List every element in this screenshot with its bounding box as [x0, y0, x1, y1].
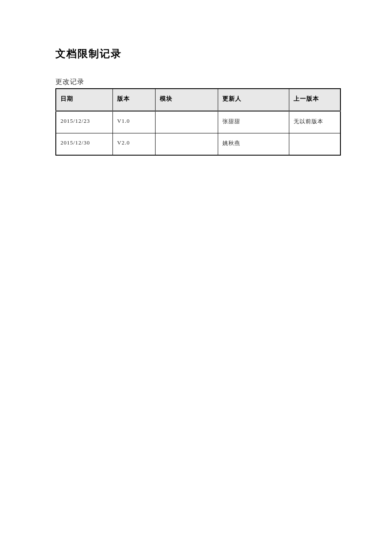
section-subtitle: 更改记录	[55, 78, 341, 87]
col-header-prev: 上一版本	[289, 89, 340, 111]
page-title: 文档限制记录	[55, 47, 341, 61]
cell-version: V2.0	[113, 133, 156, 156]
col-header-module: 模块	[156, 89, 218, 111]
cell-date: 2015/12/23	[56, 111, 113, 133]
changelog-table: 日期 版本 模块 更新人 上一版本 2015/12/23 V1.0 张甜甜 无以…	[55, 88, 341, 156]
document-page: 文档限制记录 更改记录 日期 版本 模块 更新人 上一版本 2015/12/23…	[0, 0, 392, 156]
cell-version: V1.0	[113, 111, 156, 133]
cell-prev	[289, 133, 340, 156]
cell-module	[156, 111, 218, 133]
cell-date: 2015/12/30	[56, 133, 113, 156]
col-header-version: 版本	[113, 89, 156, 111]
cell-updater: 张甜甜	[218, 111, 289, 133]
cell-prev: 无以前版本	[289, 111, 340, 133]
table-row: 2015/12/30 V2.0 姚秋燕	[56, 133, 340, 156]
table-header-row: 日期 版本 模块 更新人 上一版本	[56, 89, 340, 111]
col-header-date: 日期	[56, 89, 113, 111]
cell-updater: 姚秋燕	[218, 133, 289, 156]
table-row: 2015/12/23 V1.0 张甜甜 无以前版本	[56, 111, 340, 133]
cell-module	[156, 133, 218, 156]
col-header-updater: 更新人	[218, 89, 289, 111]
